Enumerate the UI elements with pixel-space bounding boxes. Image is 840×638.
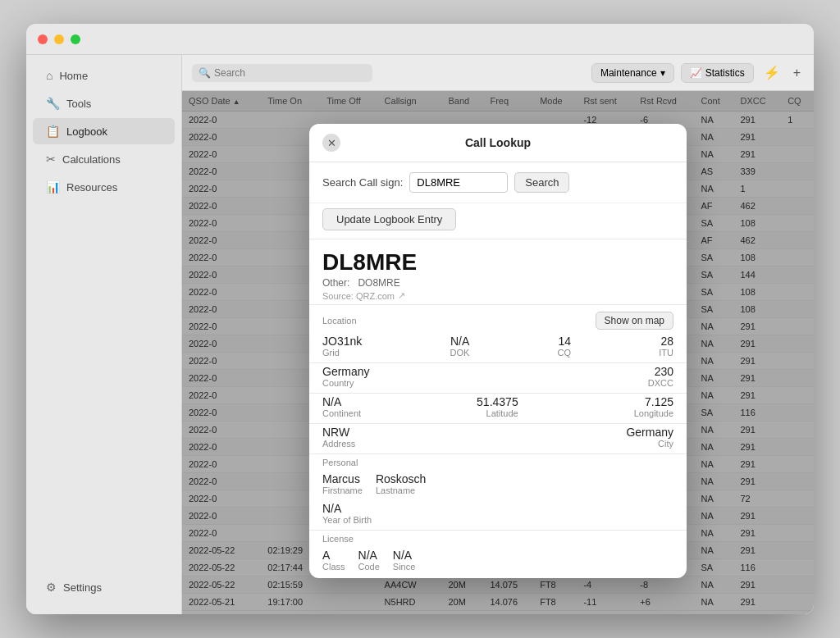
lat-label: Latitude <box>477 408 518 418</box>
lon-label: Longitude <box>634 408 673 418</box>
app-window: ⌂ Home 🔧 Tools 📋 Logbook ✂ Calculations … <box>26 24 814 614</box>
license-since-item: N/A Since <box>393 549 416 572</box>
callsign-other: Other: DO8MRE <box>322 277 673 289</box>
cq-label: CQ <box>558 348 572 358</box>
continent-item: N/A Continent <box>322 395 361 418</box>
country-value: Germany <box>322 365 370 378</box>
address-value: NRW <box>322 426 355 439</box>
dok-label: DOK <box>450 348 469 358</box>
itu-value: 28 <box>659 335 673 348</box>
license-class-item: A Class <box>322 549 345 572</box>
sidebar-item-tools[interactable]: 🔧 Tools <box>33 90 175 116</box>
other-value: DO8MRE <box>358 277 399 289</box>
city-label: City <box>626 439 673 449</box>
modal-title: Call Lookup <box>340 136 655 149</box>
modal-update-button[interactable]: Update Logbook Entry <box>322 208 456 230</box>
sidebar-item-resources[interactable]: 📊 Resources <box>33 174 175 200</box>
lastname-value: Roskosch <box>376 472 426 485</box>
modal-body[interactable]: DL8MRE Other: DO8MRE Source: QRZ.com ↗ <box>309 239 687 578</box>
address-label: Address <box>322 439 355 449</box>
license-row: A Class N/A Code N/A Sin <box>309 545 687 578</box>
grid-value: JO31nk <box>322 335 362 348</box>
license-since-label: Since <box>393 562 416 572</box>
modal-search-row: Search Call sign: Search <box>309 162 687 203</box>
callsign-source: Source: QRZ.com ↗ <box>322 290 673 301</box>
sidebar-label-settings: Settings <box>63 581 102 594</box>
settings-icon: ⚙ <box>46 581 57 594</box>
search-bar[interactable]: 🔍 <box>192 64 372 82</box>
close-traffic-light[interactable] <box>38 34 48 44</box>
license-since-value: N/A <box>393 549 416 562</box>
call-lookup-modal: ✕ Call Lookup Search Call sign: Search <box>309 124 687 578</box>
modal-header: ✕ Call Lookup <box>309 124 687 162</box>
continent-label: Continent <box>322 408 361 418</box>
add-button[interactable]: + <box>790 64 804 82</box>
modal-close-button[interactable]: ✕ <box>322 134 340 152</box>
continent-row: N/A Continent 51.4375 Latitude 7.125 Lon… <box>309 394 687 423</box>
callsign-display: DL8MRE <box>322 249 673 276</box>
license-label: License <box>309 527 367 547</box>
lon-value: 7.125 <box>634 395 673 408</box>
yob-item: N/A Year of Birth <box>322 502 673 525</box>
modal-update-row: Update Logbook Entry <box>309 203 687 239</box>
toolbar-right: Maintenance ▾ 📈 Statistics ⚡ + <box>591 63 804 83</box>
other-label: Other: <box>322 277 349 289</box>
yob-label: Year of Birth <box>322 515 673 525</box>
license-class-value: A <box>322 549 345 562</box>
show-on-map-button[interactable]: Show on map <box>596 312 673 330</box>
license-section: License A Class N/A Code <box>309 530 687 578</box>
sidebar-label-logbook: Logbook <box>66 125 107 138</box>
yob-row: N/A Year of Birth <box>309 500 687 530</box>
firstname-item: Marcus Firstname <box>322 472 363 495</box>
name-row: Marcus Firstname Roskosch Lastname <box>309 469 687 500</box>
country-label: Country <box>322 378 370 388</box>
sidebar-label-tools: Tools <box>66 98 91 110</box>
city-value: Germany <box>626 426 673 439</box>
toolbar: 🔍 Maintenance ▾ 📈 Statistics ⚡ <box>182 55 814 91</box>
sidebar-label-home: Home <box>59 70 88 82</box>
yob-value: N/A <box>322 502 673 515</box>
filter-button[interactable]: ⚡ <box>760 63 783 82</box>
continent-value: N/A <box>322 395 361 408</box>
tools-icon: 🔧 <box>46 97 60 110</box>
grid-row: JO31nk Grid N/A DOK 14 CQ <box>309 333 687 362</box>
statistics-button[interactable]: 📈 Statistics <box>681 63 754 83</box>
chevron-down-icon: ▾ <box>660 67 665 79</box>
resources-icon: 📊 <box>46 180 60 194</box>
dxcc-value: 230 <box>648 365 673 378</box>
dxcc-label: DXCC <box>648 378 673 388</box>
modal-search-input[interactable] <box>409 172 508 193</box>
titlebar <box>26 24 814 55</box>
maintenance-button[interactable]: Maintenance ▾ <box>591 63 674 83</box>
table-container[interactable]: QSO Date ▲ Time On Time Off Callsign Ban… <box>182 91 814 614</box>
lat-item: 51.4375 Latitude <box>477 395 518 418</box>
sidebar-label-calculations: Calculations <box>62 153 121 166</box>
sidebar-item-calculations[interactable]: ✂ Calculations <box>33 146 175 172</box>
sidebar: ⌂ Home 🔧 Tools 📋 Logbook ✂ Calculations … <box>26 55 182 614</box>
modal-search-button[interactable]: Search <box>514 172 569 193</box>
license-code-value: N/A <box>358 549 380 562</box>
firstname-label: Firstname <box>322 485 363 495</box>
address-row: NRW Address Germany City <box>309 424 687 453</box>
home-icon: ⌂ <box>46 69 52 82</box>
sidebar-item-home[interactable]: ⌂ Home <box>33 62 175 89</box>
sidebar-item-logbook[interactable]: 📋 Logbook <box>33 118 175 144</box>
lastname-label: Lastname <box>376 485 426 495</box>
callsign-header: DL8MRE Other: DO8MRE Source: QRZ.com ↗ <box>309 239 687 304</box>
content-area: 🔍 Maintenance ▾ 📈 Statistics ⚡ <box>182 55 814 614</box>
cq-value: 14 <box>558 335 572 348</box>
maximize-traffic-light[interactable] <box>71 34 80 44</box>
plus-icon: + <box>793 66 801 80</box>
country-row: Germany Country 230 DXCC <box>309 363 687 393</box>
location-header-row: Location Show on map <box>309 305 687 333</box>
lat-value: 51.4375 <box>477 395 518 408</box>
lon-item: 7.125 Longitude <box>634 395 673 418</box>
license-code-item: N/A Code <box>358 549 380 572</box>
logbook-icon: 📋 <box>46 125 60 138</box>
minimize-traffic-light[interactable] <box>54 34 64 44</box>
sidebar-item-settings[interactable]: ⚙ Settings <box>33 574 175 600</box>
chart-icon: 📈 <box>690 67 702 79</box>
dok-value: N/A <box>450 335 469 348</box>
dok-item: N/A DOK <box>450 335 469 358</box>
search-input[interactable] <box>214 67 366 79</box>
